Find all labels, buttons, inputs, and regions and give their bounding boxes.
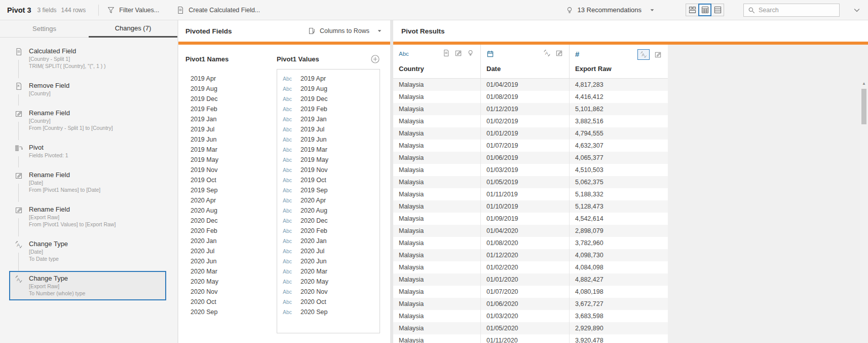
scroll-up-icon[interactable]: ▲ xyxy=(862,80,866,87)
profile-view-button[interactable] xyxy=(686,4,699,16)
pivot-value-item[interactable]: Abc2019 Dec xyxy=(277,94,380,104)
pivot-name-item[interactable]: 2019 Mar xyxy=(185,145,277,155)
change-item[interactable]: Rename Field[Export Raw]From [Pivot1 Val… xyxy=(9,202,166,231)
pivot-name-item[interactable]: 2020 Jun xyxy=(185,256,277,266)
table-row[interactable]: Malaysia01/02/20204,084,098 xyxy=(393,261,668,273)
pivot-name-item[interactable]: 2020 Jul xyxy=(185,246,277,256)
pivot-name-item[interactable]: 2020 Dec xyxy=(185,216,277,226)
search-box[interactable] xyxy=(743,4,840,17)
pivot-name-item[interactable]: 2019 Jun xyxy=(185,134,277,145)
table-row[interactable]: Malaysia01/09/20194,542,614 xyxy=(393,213,668,225)
calculated-field-icon[interactable] xyxy=(442,49,450,57)
pivot-value-item[interactable]: Abc2019 Jul xyxy=(277,124,380,134)
change-type-icon[interactable]: A xyxy=(543,49,551,57)
pivot-name-item[interactable]: 2019 Jul xyxy=(185,124,277,134)
pivot-value-item[interactable]: Abc2020 Dec xyxy=(277,216,380,226)
table-row[interactable]: Malaysia01/03/20194,510,503 xyxy=(393,164,668,176)
recommendations-button[interactable]: 13 Recommendations xyxy=(565,6,656,14)
change-item[interactable]: Calculated Field[Country - Split 1]TRIM(… xyxy=(9,44,166,73)
pivot-value-item[interactable]: Abc2019 Jan xyxy=(277,114,380,124)
search-input[interactable] xyxy=(759,7,824,14)
pivot-value-item[interactable]: Abc2020 Oct xyxy=(277,297,380,307)
table-row[interactable]: Malaysia01/05/20195,062,375 xyxy=(393,176,668,188)
pivot-name-item[interactable]: 2019 Aug xyxy=(185,84,277,94)
change-item[interactable]: Rename Field[Date]From [Pivot1 Names] to… xyxy=(9,167,166,197)
change-item[interactable]: Rename Field[Country]From [Country - Spl… xyxy=(9,106,166,135)
pivot-name-item[interactable]: 2019 Oct xyxy=(185,175,277,185)
scrollbar-thumb[interactable] xyxy=(861,89,866,124)
pivot-value-item[interactable]: Abc2020 Mar xyxy=(277,266,380,277)
table-row[interactable]: Malaysia01/05/20202,929,890 xyxy=(393,322,668,334)
rename-icon[interactable] xyxy=(455,49,462,57)
pivot-value-item[interactable]: Abc2019 Jun xyxy=(277,134,380,145)
pivot-name-item[interactable]: 2019 Jan xyxy=(185,114,277,124)
pivot-value-item[interactable]: Abc2019 Aug xyxy=(277,84,380,94)
pivot-value-item[interactable]: Abc2020 Jul xyxy=(277,246,380,256)
change-item[interactable]: AChange Type[Export Raw]To Number (whole… xyxy=(9,271,166,300)
pivot-value-item[interactable]: Abc2020 Apr xyxy=(277,195,380,205)
pivot-name-item[interactable]: 2020 Nov xyxy=(185,287,277,297)
pivot-value-item[interactable]: Abc2019 Feb xyxy=(277,104,380,114)
pivot-value-item[interactable]: Abc2020 May xyxy=(277,277,380,287)
table-row[interactable]: Malaysia01/01/20194,794,555 xyxy=(393,127,668,140)
tab-changes[interactable]: Changes (7) xyxy=(89,20,177,38)
table-row[interactable]: Malaysia01/02/20193,882,516 xyxy=(393,115,668,127)
rename-icon[interactable] xyxy=(555,49,563,57)
pivot-value-item[interactable]: Abc2019 May xyxy=(277,155,380,165)
pivot-value-item[interactable]: Abc2019 Mar xyxy=(277,145,380,155)
text-type-icon[interactable]: Abc xyxy=(399,49,409,58)
pivot-name-item[interactable]: 2020 Aug xyxy=(185,205,277,216)
column-header-date[interactable]: ADate xyxy=(481,45,570,78)
change-item[interactable]: AChange Type[Date]To Date type xyxy=(9,236,166,266)
filter-values-button[interactable]: Filter Values... xyxy=(107,6,159,14)
pivot-name-item[interactable]: 2020 Jan xyxy=(185,236,277,246)
column-header-country[interactable]: AbcCountry xyxy=(393,45,481,78)
chevron-down-icon[interactable] xyxy=(853,6,861,14)
pivot-value-item[interactable]: Abc2020 Feb xyxy=(277,226,380,236)
calendar-type-icon[interactable] xyxy=(486,49,494,58)
table-row[interactable]: Malaysia01/07/20204,080,198 xyxy=(393,286,668,298)
grid-view-button[interactable] xyxy=(698,4,711,16)
number-type-icon[interactable]: # xyxy=(575,49,579,58)
pivot-name-item[interactable]: 2020 Mar xyxy=(185,266,277,277)
table-row[interactable]: Malaysia01/06/20203,672,727 xyxy=(393,298,668,310)
pivot-name-item[interactable]: 2019 Feb xyxy=(185,104,277,114)
change-type-icon[interactable]: A xyxy=(637,49,650,60)
pivot-name-item[interactable]: 2019 Apr xyxy=(185,74,277,84)
pivot-name-item[interactable]: 2019 May xyxy=(185,155,277,165)
table-row[interactable]: Malaysia01/03/20203,683,598 xyxy=(393,310,668,322)
table-row[interactable]: Malaysia01/10/20195,128,473 xyxy=(393,200,668,213)
table-row[interactable]: Malaysia01/06/20194,065,377 xyxy=(393,152,668,164)
change-item[interactable]: Remove Field[Country] xyxy=(9,78,166,100)
pivot-name-item[interactable]: 2020 Oct xyxy=(185,297,277,307)
pivot-name-item[interactable]: 2020 Apr xyxy=(185,195,277,205)
pivot-value-item[interactable]: Abc2019 Sep xyxy=(277,185,380,195)
table-row[interactable]: Malaysia01/04/20194,817,283 xyxy=(393,79,668,91)
table-row[interactable]: Malaysia01/11/20195,188,332 xyxy=(393,188,668,200)
rename-icon[interactable] xyxy=(654,51,662,58)
add-pivot-values-button[interactable] xyxy=(370,54,380,64)
pivot-value-item[interactable]: Abc2020 Jan xyxy=(277,236,380,246)
table-row[interactable]: Malaysia01/12/20204,098,730 xyxy=(393,249,668,261)
pivot-name-item[interactable]: 2019 Sep xyxy=(185,185,277,195)
pivot-value-item[interactable]: Abc2020 Jun xyxy=(277,256,380,266)
pivot-name-item[interactable]: 2020 May xyxy=(185,277,277,287)
table-row[interactable]: Malaysia01/07/20194,632,307 xyxy=(393,140,668,152)
pivot-value-item[interactable]: Abc2019 Apr xyxy=(277,74,380,84)
table-row[interactable]: Malaysia01/08/20203,782,960 xyxy=(393,237,668,249)
pivot-name-item[interactable]: 2020 Feb xyxy=(185,226,277,236)
pivot-value-item[interactable]: Abc2020 Nov xyxy=(277,287,380,297)
table-row[interactable]: Malaysia01/08/20194,416,412 xyxy=(393,91,668,103)
pivot-value-item[interactable]: Abc2019 Oct xyxy=(277,175,380,185)
tab-settings[interactable]: Settings xyxy=(0,20,89,38)
list-view-button[interactable] xyxy=(711,4,724,16)
pivot-name-item[interactable]: 2019 Nov xyxy=(185,165,277,175)
pivot-value-item[interactable]: Abc2019 Nov xyxy=(277,165,380,175)
pivot-name-item[interactable]: 2019 Dec xyxy=(185,94,277,104)
recommendation-icon[interactable] xyxy=(467,49,474,57)
change-item[interactable]: PivotFields Pivoted: 1 xyxy=(9,140,166,162)
vertical-scrollbar[interactable]: ▲ xyxy=(860,80,868,343)
table-row[interactable]: Malaysia01/12/20195,101,862 xyxy=(393,103,668,115)
table-row[interactable]: Malaysia01/01/20204,882,427 xyxy=(393,273,668,286)
pivot-direction-select[interactable]: Columns to Rows xyxy=(308,27,383,35)
